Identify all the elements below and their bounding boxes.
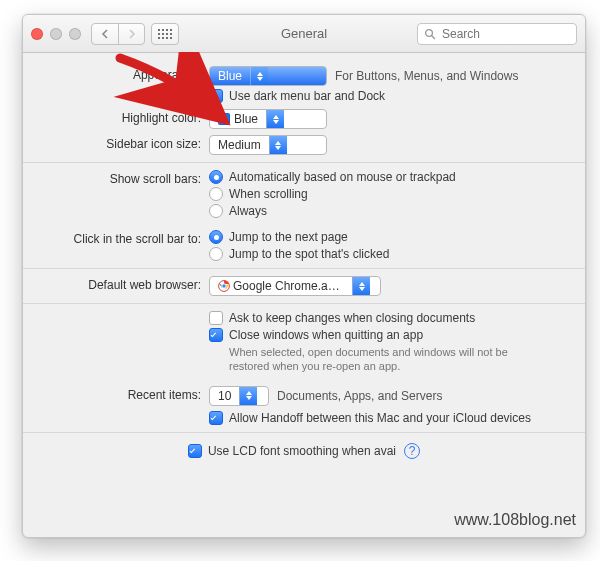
minimize-button[interactable] (50, 28, 62, 40)
svg-rect-4 (158, 33, 160, 35)
row-lcd: Use LCD font smoothing when avai ? (35, 437, 573, 463)
recent-items-select[interactable]: 10 (209, 386, 269, 406)
separator (23, 303, 585, 304)
separator (23, 432, 585, 433)
close-windows-note: When selected, open documents and window… (209, 345, 509, 374)
separator (23, 162, 585, 163)
highlight-select[interactable]: Blue (209, 109, 327, 129)
row-recent: Recent items: 10 Documents, Apps, and Se… (35, 383, 573, 428)
checkbox-box (209, 328, 223, 342)
label-appearance: Appearance: (35, 66, 209, 82)
scrollbars-when-radio[interactable]: When scrolling (209, 187, 573, 201)
preferences-window: General Appearance: Blue For Buttons, Me… (22, 14, 586, 538)
recent-items-value: 10 (210, 389, 239, 403)
svg-rect-11 (170, 37, 172, 39)
radio-dot (209, 204, 223, 218)
updown-icon (269, 136, 287, 154)
svg-rect-8 (158, 37, 160, 39)
close-windows-checkbox[interactable]: Close windows when quitting an app (209, 328, 573, 342)
sidebar-size-select[interactable]: Medium (209, 135, 327, 155)
row-highlight: Highlight color: Blue (35, 106, 573, 132)
content-area: Appearance: Blue For Buttons, Menus, and… (23, 53, 585, 469)
handoff-label: Allow Handoff between this Mac and your … (229, 411, 531, 425)
svg-rect-0 (158, 29, 160, 31)
svg-point-16 (222, 284, 226, 288)
appearance-hint: For Buttons, Menus, and Windows (335, 69, 518, 83)
scrollbars-when-label: When scrolling (229, 187, 308, 201)
search-input[interactable] (440, 26, 570, 42)
browser-select[interactable]: Google Chrome.app (38.... (209, 276, 381, 296)
maximize-button[interactable] (69, 28, 81, 40)
svg-rect-7 (170, 33, 172, 35)
lcd-smoothing-checkbox[interactable]: Use LCD font smoothing when avai (188, 444, 396, 458)
help-button[interactable]: ? (404, 443, 420, 459)
dark-menu-checkbox[interactable]: Use dark menu bar and Dock (209, 89, 573, 103)
svg-rect-3 (170, 29, 172, 31)
row-scrollbars: Show scroll bars: Automatically based on… (35, 167, 573, 221)
highlight-swatch-icon (218, 113, 230, 125)
checkbox-box (209, 89, 223, 103)
label-scrollbars: Show scroll bars: (35, 170, 209, 186)
row-sidebar-size: Sidebar icon size: Medium (35, 132, 573, 158)
click-scroll-next-radio[interactable]: Jump to the next page (209, 230, 573, 244)
svg-point-12 (426, 29, 433, 36)
radio-dot (209, 230, 223, 244)
appearance-select[interactable]: Blue (209, 66, 327, 86)
lcd-smoothing-label: Use LCD font smoothing when avai (208, 444, 396, 458)
back-button[interactable] (92, 24, 118, 44)
radio-dot (209, 247, 223, 261)
radio-dot (209, 170, 223, 184)
separator (23, 268, 585, 269)
svg-rect-5 (162, 33, 164, 35)
appearance-value: Blue (210, 69, 250, 83)
search-icon (424, 28, 436, 40)
label-click-scroll: Click in the scroll bar to: (35, 230, 209, 246)
titlebar: General (23, 15, 585, 53)
grid-icon (158, 29, 172, 39)
forward-button[interactable] (118, 24, 144, 44)
svg-line-13 (432, 35, 435, 38)
checkbox-box (209, 411, 223, 425)
chrome-icon (218, 280, 230, 292)
scrollbars-always-label: Always (229, 204, 267, 218)
click-scroll-spot-radio[interactable]: Jump to the spot that's clicked (209, 247, 573, 261)
highlight-value: Blue (210, 112, 266, 126)
ask-changes-checkbox[interactable]: Ask to keep changes when closing documen… (209, 311, 573, 325)
checkbox-box (209, 311, 223, 325)
checkmark-icon (210, 330, 217, 340)
updown-icon (239, 387, 257, 405)
browser-value: Google Chrome.app (38.... (210, 279, 352, 293)
close-button[interactable] (31, 28, 43, 40)
label-browser: Default web browser: (35, 276, 209, 292)
handoff-checkbox[interactable]: Allow Handoff between this Mac and your … (209, 411, 573, 425)
label-sidebar: Sidebar icon size: (35, 135, 209, 151)
checkmark-icon (189, 446, 196, 456)
chevron-left-icon (101, 29, 109, 39)
chevron-right-icon (128, 29, 136, 39)
row-documents: Ask to keep changes when closing documen… (35, 308, 573, 377)
click-scroll-spot-label: Jump to the spot that's clicked (229, 247, 389, 261)
checkmark-icon (210, 413, 217, 423)
dark-menu-label: Use dark menu bar and Dock (229, 89, 385, 103)
updown-icon (352, 277, 370, 295)
scrollbars-always-radio[interactable]: Always (209, 204, 573, 218)
scrollbars-auto-label: Automatically based on mouse or trackpad (229, 170, 456, 184)
checkbox-box (188, 444, 202, 458)
updown-icon (266, 110, 284, 128)
traffic-lights (31, 28, 81, 40)
radio-dot (209, 187, 223, 201)
sidebar-size-value: Medium (210, 138, 269, 152)
svg-rect-10 (166, 37, 168, 39)
close-windows-label: Close windows when quitting an app (229, 328, 423, 342)
nav-segmented (91, 23, 145, 45)
updown-icon (250, 67, 268, 85)
svg-rect-9 (162, 37, 164, 39)
show-all-button[interactable] (151, 23, 179, 45)
label-highlight: Highlight color: (35, 109, 209, 125)
search-field[interactable] (417, 23, 577, 45)
svg-rect-6 (166, 33, 168, 35)
row-browser: Default web browser: Google C (35, 273, 573, 299)
scrollbars-auto-radio[interactable]: Automatically based on mouse or trackpad (209, 170, 573, 184)
ask-changes-label: Ask to keep changes when closing documen… (229, 311, 475, 325)
recent-items-suffix: Documents, Apps, and Servers (277, 389, 442, 403)
